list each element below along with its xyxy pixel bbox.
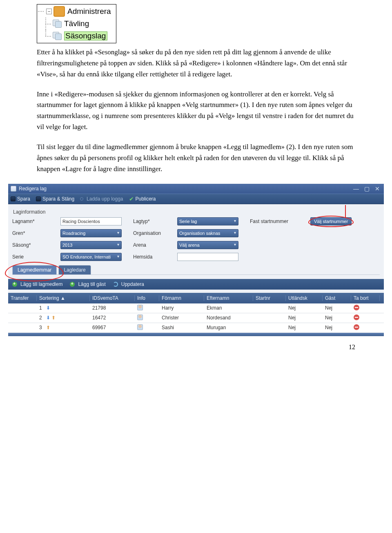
check-icon: ✔: [129, 196, 134, 202]
save-button[interactable]: Spara: [11, 196, 30, 202]
cell-guest: Nej: [323, 325, 351, 330]
label-sasong: Säsong*: [12, 242, 53, 248]
tree-node-admin[interactable]: Administrera: [67, 7, 111, 16]
tree-collapse-icon[interactable]: −: [46, 9, 52, 14]
col-startnr[interactable]: Startnr: [253, 295, 286, 301]
add-guest-button[interactable]: Lägg till gäst: [70, 281, 105, 287]
cell-id: 21798: [90, 305, 135, 311]
subtoolbar: Lägg till lagmedlem Lägg till gäst Uppda…: [8, 279, 384, 290]
table-row[interactable]: 2 ⬇ ⬆16472ChristerNordesandNejNej: [8, 313, 384, 323]
label-faststart: Fast startnummer: [250, 219, 303, 224]
cell-sort: 1: [39, 305, 42, 311]
cell-sort: 2: [39, 315, 42, 321]
disk-icon: [36, 196, 41, 201]
circle-icon: [80, 197, 83, 201]
paragraph-2: Inne i «Redigere»-modusen så sjekker du …: [37, 89, 355, 133]
cell-lname: Murugan: [204, 325, 253, 330]
cards-icon: [53, 32, 62, 40]
cell-id: 16472: [90, 315, 135, 321]
window-icon: [11, 186, 16, 192]
page-number: 12: [0, 336, 392, 351]
cell-fname: Harry: [159, 305, 204, 311]
col-sortering[interactable]: Sortering ▲: [37, 295, 90, 301]
cell-fname: Sashi: [159, 325, 204, 330]
person-icon[interactable]: [137, 314, 143, 320]
titlebar: Redigera lag — ▢ ✕: [8, 184, 384, 194]
col-info[interactable]: Info: [135, 295, 159, 301]
minimize-button[interactable]: —: [352, 185, 360, 192]
col-efternamn[interactable]: Efternamn: [204, 295, 253, 301]
close-button[interactable]: ✕: [373, 185, 381, 192]
maximize-button[interactable]: ▢: [363, 185, 371, 192]
input-hemsida[interactable]: [177, 253, 238, 261]
person-icon[interactable]: [137, 324, 143, 330]
cell-lname: Ekman: [204, 305, 253, 311]
delete-icon[interactable]: [354, 305, 359, 310]
cards-icon: [53, 20, 62, 28]
col-id[interactable]: IDSvemoTA: [90, 295, 135, 301]
cell-id: 69967: [90, 325, 135, 330]
arrow-down-icon[interactable]: ⬇: [46, 315, 50, 321]
cell-sort: 3: [39, 325, 42, 330]
table-header: Transfer Sortering ▲ IDSvemoTA Info Förn…: [8, 293, 384, 303]
arrow-up-icon[interactable]: ⬆: [51, 315, 56, 321]
col-fornamn[interactable]: Förnamn: [159, 295, 204, 301]
cell-foreign: Nej: [286, 325, 323, 330]
toolbar: Spara Spara & Stäng Ladda upp logga ✔Pub…: [8, 194, 384, 204]
cell-guest: Nej: [323, 305, 351, 311]
cell-guest: Nej: [323, 315, 351, 321]
publish-button[interactable]: ✔Publicera: [129, 196, 156, 202]
col-gast[interactable]: Gäst: [323, 295, 351, 301]
disk-icon: [11, 196, 16, 201]
label-lagtyp: Lagtyp*: [133, 219, 170, 224]
gear-icon: [53, 6, 65, 17]
label-organisation: Organisation: [133, 230, 170, 236]
save-close-button[interactable]: Spara & Stäng: [36, 196, 74, 202]
cell-foreign: Nej: [286, 315, 323, 321]
combo-lagtyp[interactable]: Serie lag: [177, 217, 238, 225]
button-valj-startnummer[interactable]: Välj startnummer: [310, 217, 352, 225]
combo-sasong[interactable]: 2013: [60, 241, 122, 249]
app-window: Redigera lag — ▢ ✕ Spara Spara & Stäng L…: [8, 184, 384, 336]
person-icon[interactable]: [137, 305, 143, 310]
section-title: Laginformation: [13, 209, 380, 215]
delete-icon[interactable]: [354, 324, 359, 330]
refresh-button[interactable]: Uppdatera: [113, 281, 144, 287]
col-utlandsk[interactable]: Utländsk: [286, 295, 323, 301]
table-row[interactable]: 1 ⬇21798HarryEkmanNejNej: [8, 303, 384, 313]
tree-screenshot: − Administrera Tävling Säsongslag: [37, 4, 392, 44]
label-hemsida: Hemsida: [133, 254, 170, 260]
tab-lagmedlemmar[interactable]: Lagmedlemmar: [12, 265, 57, 274]
combo-serie[interactable]: SO Endurance, Internati: [60, 253, 122, 261]
add-member-button[interactable]: Lägg till lagmedlem: [12, 281, 62, 287]
tree-node-competition[interactable]: Tävling: [64, 19, 89, 28]
cell-foreign: Nej: [286, 305, 323, 311]
annotation-arrow-icon: [345, 205, 346, 217]
paragraph-3: Til sist legger du til dine lagmedlemmer…: [37, 142, 355, 175]
tree-node-seasonteam[interactable]: Säsongslag: [64, 31, 107, 40]
label-arena: Arena: [133, 242, 170, 248]
label-serie: Serie: [12, 254, 53, 260]
cell-lname: Nordesand: [204, 315, 253, 321]
arrow-down-icon[interactable]: ⬇: [46, 305, 50, 311]
window-title: Redigera lag: [19, 186, 350, 192]
combo-gren[interactable]: Roadracing: [60, 229, 122, 237]
delete-icon[interactable]: [354, 314, 359, 320]
table-row[interactable]: 3 ⬆69967SashiMuruganNejNej: [8, 323, 384, 333]
paragraph-1: Etter å ha klikket på «Sesonglag» så søk…: [37, 47, 355, 80]
plus-icon: [12, 282, 17, 287]
plus-icon: [70, 282, 75, 287]
combo-arena[interactable]: Välj arena: [177, 241, 238, 249]
label-lagnamn: Lagnamn*: [12, 219, 53, 224]
tab-lagledare[interactable]: Lagledare: [58, 265, 91, 274]
label-gren: Gren*: [12, 230, 53, 236]
arrow-up-icon[interactable]: ⬆: [46, 325, 50, 330]
input-lagnamn[interactable]: Racing Doscientos: [60, 217, 122, 225]
col-transfer[interactable]: Transfer: [8, 295, 37, 301]
upload-logo-button[interactable]: Ladda upp logga: [80, 196, 123, 202]
combo-organisation[interactable]: Organisation saknas: [177, 229, 238, 237]
cell-fname: Christer: [159, 315, 204, 321]
col-tabort[interactable]: Ta bort: [351, 295, 380, 301]
refresh-icon: [113, 282, 118, 287]
